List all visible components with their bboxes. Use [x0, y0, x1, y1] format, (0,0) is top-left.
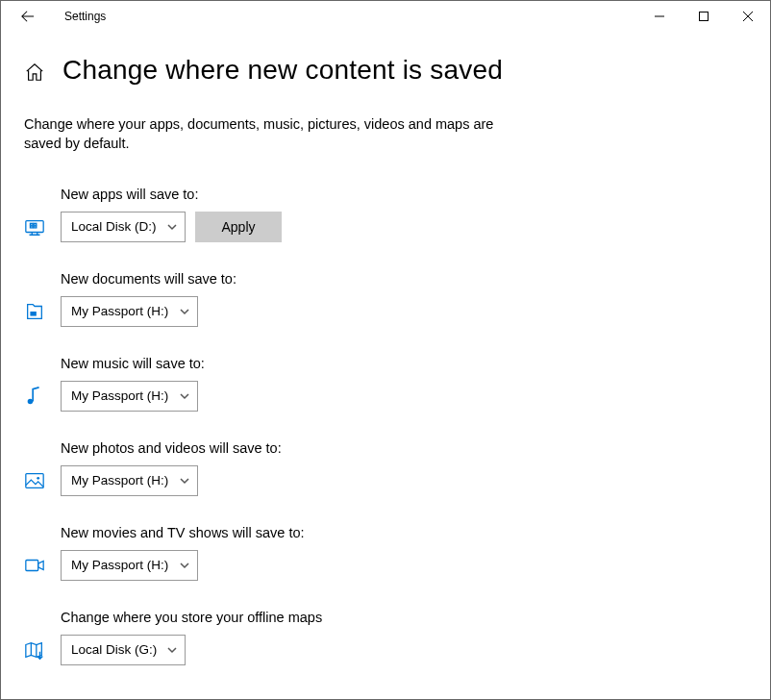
row-music-label: New music will save to: [61, 356, 747, 371]
header: Change where new content is saved [24, 55, 747, 86]
chevron-down-icon [167, 645, 177, 655]
window-title: Settings [47, 10, 106, 23]
apps-icon [24, 216, 45, 238]
row-movies: New movies and TV shows will save to: My… [24, 525, 747, 581]
music-icon [24, 386, 45, 407]
svg-rect-0 [700, 12, 709, 21]
close-button[interactable] [726, 1, 770, 32]
row-apps: New apps will save to: Local Disk (D:) A… [24, 187, 747, 242]
movies-drive-value: My Passport (H:) [71, 558, 168, 572]
row-documents: New documents will save to: My Passport … [24, 271, 747, 327]
chevron-down-icon [180, 476, 189, 486]
photos-icon [24, 470, 45, 491]
chevron-down-icon [167, 222, 177, 232]
svg-rect-6 [30, 312, 36, 316]
svg-rect-10 [26, 560, 38, 570]
apps-drive-select[interactable]: Local Disk (D:) [61, 212, 186, 242]
row-music: New music will save to: My Passport (H:) [24, 356, 747, 412]
row-maps-label: Change where you store your offline maps [61, 610, 747, 625]
svg-rect-2 [30, 223, 33, 225]
row-documents-label: New documents will save to: [61, 271, 747, 287]
maximize-button[interactable] [682, 1, 726, 32]
row-maps: Change where you store your offline maps… [24, 610, 747, 665]
apply-button[interactable]: Apply [195, 212, 282, 242]
close-icon [743, 12, 753, 21]
svg-rect-5 [34, 226, 37, 228]
svg-rect-3 [34, 223, 37, 225]
chevron-down-icon [180, 307, 189, 316]
row-apps-label: New apps will save to: [61, 187, 747, 202]
music-drive-value: My Passport (H:) [71, 388, 168, 403]
maps-drive-value: Local Disk (G:) [71, 642, 157, 657]
chevron-down-icon [180, 561, 189, 570]
photos-drive-value: My Passport (H:) [71, 473, 168, 488]
photos-drive-select[interactable]: My Passport (H:) [61, 465, 198, 496]
titlebar: Settings [1, 1, 770, 32]
maximize-icon [699, 12, 709, 21]
svg-rect-4 [30, 226, 33, 228]
svg-rect-8 [26, 473, 43, 488]
documents-icon [24, 301, 45, 322]
apps-drive-value: Local Disk (D:) [71, 219, 157, 234]
row-photos-label: New photos and videos will save to: [61, 440, 747, 456]
back-button[interactable] [9, 1, 47, 32]
row-photos: New photos and videos will save to: My P… [24, 440, 747, 496]
maps-icon [24, 639, 45, 661]
documents-drive-value: My Passport (H:) [71, 304, 168, 318]
back-arrow-icon [21, 10, 35, 23]
home-icon[interactable] [24, 62, 45, 83]
row-movies-label: New movies and TV shows will save to: [61, 525, 747, 540]
documents-drive-select[interactable]: My Passport (H:) [61, 296, 198, 327]
page-title: Change where new content is saved [62, 55, 503, 86]
chevron-down-icon [180, 391, 189, 401]
movies-drive-select[interactable]: My Passport (H:) [61, 550, 198, 581]
minimize-icon [655, 12, 664, 21]
minimize-button[interactable] [637, 1, 682, 32]
music-drive-select[interactable]: My Passport (H:) [61, 381, 198, 412]
maps-drive-select[interactable]: Local Disk (G:) [61, 635, 186, 665]
page-description: Change where your apps, documents, music… [24, 114, 505, 154]
svg-point-9 [37, 476, 39, 479]
movies-icon [24, 555, 45, 576]
